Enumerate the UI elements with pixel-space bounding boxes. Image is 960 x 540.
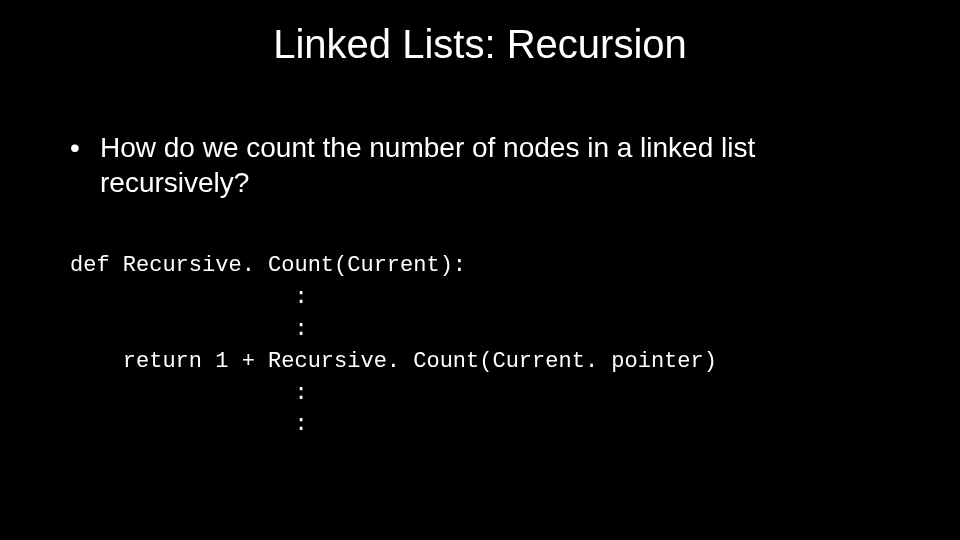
- code-line: :: [70, 317, 308, 342]
- code-line: :: [70, 285, 308, 310]
- code-block: def Recursive. Count(Current): : : retur…: [70, 250, 920, 441]
- code-line: :: [70, 412, 308, 437]
- slide-title: Linked Lists: Recursion: [0, 22, 960, 67]
- bullet-list: • How do we count the number of nodes in…: [70, 130, 900, 200]
- bullet-item: • How do we count the number of nodes in…: [70, 130, 900, 200]
- code-line: def Recursive. Count(Current):: [70, 253, 466, 278]
- code-line: return 1 + Recursive. Count(Current. poi…: [70, 349, 717, 374]
- code-line: :: [70, 381, 308, 406]
- slide: Linked Lists: Recursion • How do we coun…: [0, 0, 960, 540]
- bullet-text: How do we count the number of nodes in a…: [100, 130, 900, 200]
- bullet-dot-icon: •: [70, 130, 100, 165]
